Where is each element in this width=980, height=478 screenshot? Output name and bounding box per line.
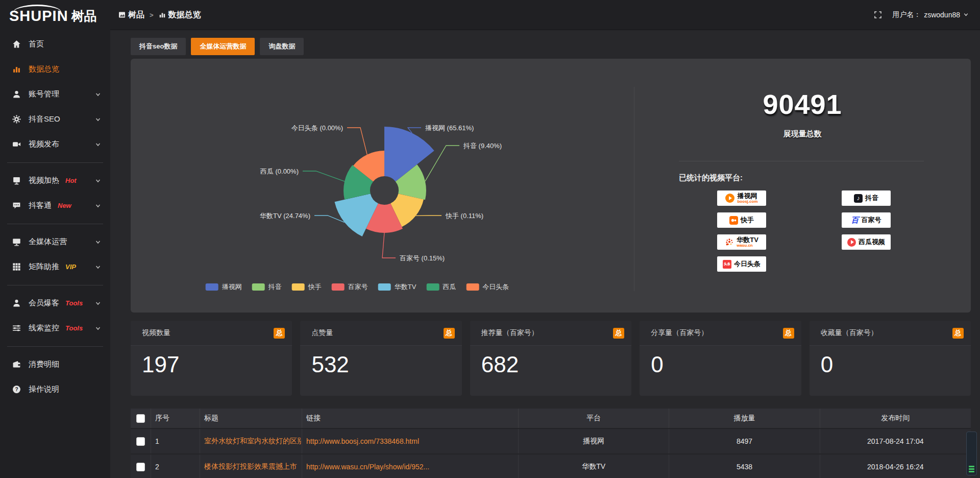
pie-label-line [314, 216, 345, 222]
select-all-checkbox[interactable] [136, 414, 145, 423]
chart-icon [159, 11, 166, 18]
legend-item-2[interactable]: 快手 [292, 282, 322, 292]
monitor-icon [12, 237, 21, 246]
breadcrumb-label: 数据总览 [168, 10, 201, 20]
stat-card-total-badge[interactable]: 总 [783, 328, 794, 339]
sidebar-item-1[interactable]: 数据总览 [0, 57, 110, 82]
stat-card-total-badge[interactable]: 总 [444, 328, 455, 339]
sidebar-item-16[interactable]: ?操作说明 [0, 377, 110, 402]
app-logo[interactable]: SHUPIN 树品 [0, 0, 110, 32]
stat-card-value: 0 [821, 352, 960, 377]
sidebar-item-2[interactable]: 账号管理 [0, 82, 110, 107]
summary-divider [679, 161, 924, 161]
sidebar: SHUPIN 树品 首页数据总览账号管理抖音SEO视频发布视频加热Hot抖客通N… [0, 0, 110, 478]
table-header-row: 序号标题链接平台播放量发布时间 [131, 409, 971, 428]
sidebar-item-15[interactable]: 消费明细 [0, 352, 110, 377]
legend-swatch [206, 283, 218, 291]
logo-text-cn: 树品 [71, 8, 97, 25]
sidebar-item-7[interactable]: 抖客通New [0, 193, 110, 218]
user-menu[interactable]: 用户名： zswodun88 [892, 10, 969, 19]
breadcrumb-item-home[interactable]: 树品 [118, 10, 144, 20]
pie-label-line [382, 233, 396, 258]
legend-item-3[interactable]: 百家号 [332, 282, 368, 292]
screen-icon [12, 176, 21, 185]
sidebar-item-12[interactable]: 会员爆客Tools [0, 291, 110, 316]
tab-2[interactable]: 询盘数据 [260, 38, 304, 55]
sidebar-item-badge: New [58, 202, 71, 209]
table-cell-views: 8497 [669, 429, 820, 453]
sidebar-item-4[interactable]: 视频发布 [0, 132, 110, 157]
kuaishou-logo [729, 216, 738, 225]
platform-badge-right-2: 西瓜视频 [842, 234, 891, 250]
table-cell-time: 2018-04-26 16:24 [820, 455, 971, 478]
breadcrumb-item-current[interactable]: 数据总览 [159, 10, 201, 20]
legend-item-6[interactable]: 今日头条 [466, 282, 509, 292]
main-content: 抖音seo数据全媒体运营数据询盘数据 播视网 (65.61%)抖音 (9.40%… [110, 30, 980, 478]
sidebar-item-label: 线索监控 [29, 323, 59, 333]
stat-card-total-badge[interactable]: 总 [952, 328, 964, 339]
sidebar-item-13[interactable]: 线索监控Tools [0, 316, 110, 341]
chevron-down-icon [95, 264, 101, 270]
stat-cards: 视频数量总197点赞量总532推荐量（百家号）总682分享量（百家号）总0收藏量… [131, 321, 971, 396]
stat-card-title: 收藏量（百家号） [821, 328, 878, 338]
overview-panel: 播视网 (65.61%)抖音 (9.40%)快手 (0.11%)百家号 (0.1… [131, 59, 971, 313]
stat-card-2: 推荐量（百家号）总682 [470, 321, 631, 396]
sidebar-item-0[interactable]: 首页 [0, 32, 110, 57]
fullscreen-icon[interactable] [874, 11, 882, 19]
legend-item-4[interactable]: 华数TV [378, 282, 416, 292]
legend-item-5[interactable]: 西瓜 [426, 282, 456, 292]
legend-label: 快手 [308, 282, 322, 292]
stat-card-title: 视频数量 [142, 328, 170, 338]
chart-legend: 播视网抖音快手百家号华数TV西瓜今日头条 [206, 282, 509, 292]
table-cell-time: 2017-08-24 17:04 [820, 429, 971, 453]
table-cell-title[interactable]: 楼体投影灯投影效果震撼上市 [200, 455, 302, 478]
stat-card-3: 分享量（百家号）总0 [640, 321, 801, 396]
platform-name: 西瓜视频 [859, 238, 885, 246]
sidebar-item-10[interactable]: 矩阵助推VIP [0, 254, 110, 279]
legend-swatch [378, 283, 391, 291]
data-tabs: 抖音seo数据全媒体运营数据询盘数据 [131, 38, 304, 55]
legend-item-1[interactable]: 抖音 [252, 282, 282, 292]
sidebar-item-badge: Tools [65, 299, 83, 307]
platform-name: 抖音 [865, 195, 878, 202]
bar-chart-icon [12, 65, 21, 74]
sidebar-item-badge: Hot [65, 177, 77, 184]
tab-0[interactable]: 抖音seo数据 [131, 38, 186, 55]
table-cell-title[interactable]: 室外水纹灯和室内水纹灯的区别和简介 [200, 429, 302, 453]
xigua-logo [847, 238, 856, 247]
stat-card-total-badge[interactable]: 总 [613, 328, 624, 339]
sidebar-item-3[interactable]: 抖音SEO [0, 107, 110, 132]
legend-label: 华数TV [395, 282, 416, 292]
stat-card-header: 收藏量（百家号）总 [810, 321, 971, 346]
sidebar-item-label: 抖音SEO [29, 114, 60, 124]
topbar-right: 用户名： zswodun88 [874, 10, 969, 19]
impressions-summary: 90491 展现量总数 [634, 90, 971, 139]
legend-item-0[interactable]: 播视网 [206, 282, 242, 292]
chevron-down-icon [963, 11, 969, 19]
row-checkbox[interactable] [136, 463, 145, 471]
floating-extension-widget[interactable] [966, 432, 977, 475]
menu-divider [0, 157, 110, 168]
stat-card-0: 视频数量总197 [131, 321, 292, 396]
boosj-logo [725, 194, 734, 203]
table-header-cell: 播放量 [669, 409, 820, 428]
table-row: 1室外水纹灯和室内水纹灯的区别和简介http://www.boosj.com/7… [131, 428, 971, 453]
table-header-cell: 序号 [151, 409, 200, 428]
stat-card-total-badge[interactable]: 总 [274, 328, 285, 339]
stat-card-title: 推荐量（百家号） [481, 328, 538, 338]
app-icon [118, 11, 126, 18]
platform-share-rose-chart: 播视网 (65.61%)抖音 (9.40%)快手 (0.11%)百家号 (0.1… [131, 59, 656, 313]
stat-card-1: 点赞量总532 [300, 321, 461, 396]
pie-label: 华数TV (24.74%) [260, 212, 310, 220]
platform-name: 百家号 [862, 217, 881, 224]
sidebar-item-6[interactable]: 视频加热Hot [0, 168, 110, 193]
table-cell-link[interactable]: http://www.wasu.cn/Play/show/id/952... [302, 455, 519, 478]
sidebar-item-label: 账号管理 [29, 89, 59, 99]
table-cell-link[interactable]: http://www.boosj.com/7338468.html [302, 429, 519, 453]
sidebar-item-9[interactable]: 全媒体运营 [0, 229, 110, 254]
member-icon [12, 299, 21, 307]
tab-1[interactable]: 全媒体运营数据 [191, 38, 255, 55]
stat-card-4: 收藏量（百家号）总0 [810, 321, 971, 396]
extension-bar [969, 471, 974, 472]
row-checkbox[interactable] [136, 437, 145, 446]
